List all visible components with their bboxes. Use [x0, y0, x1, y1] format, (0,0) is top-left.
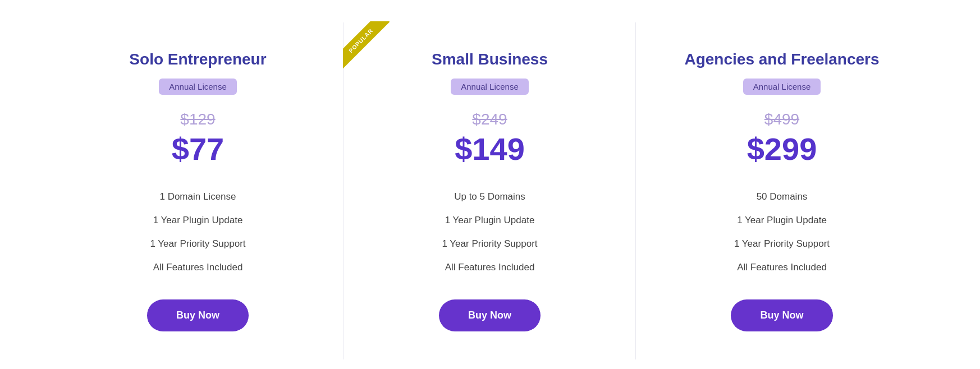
- feature-item-2-1: 1 Year Plugin Update: [670, 209, 894, 232]
- license-badge: Annual License: [159, 79, 237, 95]
- sale-price: $77: [172, 131, 224, 167]
- original-price: $499: [764, 110, 799, 128]
- buy-button[interactable]: Buy Now: [731, 299, 832, 331]
- feature-item-0-3: All Features Included: [86, 256, 310, 279]
- card-title: Small Business: [432, 50, 548, 68]
- feature-item-2-2: 1 Year Priority Support: [670, 232, 894, 256]
- feature-item-1-2: 1 Year Priority Support: [378, 232, 602, 256]
- card-title: Agencies and Freelancers: [684, 50, 879, 68]
- popular-ribbon-wrapper: POPULAR: [343, 21, 399, 77]
- original-price: $129: [180, 110, 215, 128]
- license-badge: Annual License: [451, 79, 529, 95]
- feature-item-2-3: All Features Included: [670, 256, 894, 279]
- feature-item-1-1: 1 Year Plugin Update: [378, 209, 602, 232]
- feature-item-2-0: 50 Domains: [670, 185, 894, 209]
- pricing-card-small-business: POPULAR Small Business Annual License $2…: [344, 22, 636, 359]
- features-list: Up to 5 Domains 1 Year Plugin Update 1 Y…: [378, 185, 602, 279]
- buy-button[interactable]: Buy Now: [439, 299, 541, 331]
- pricing-card-solo: Solo Entrepreneur Annual License $129 $7…: [52, 22, 344, 359]
- license-badge: Annual License: [743, 79, 821, 95]
- card-title: Solo Entrepreneur: [129, 50, 266, 68]
- feature-item-0-2: 1 Year Priority Support: [86, 232, 310, 256]
- feature-item-0-1: 1 Year Plugin Update: [86, 209, 310, 232]
- buy-button[interactable]: Buy Now: [147, 299, 249, 331]
- pricing-container: Solo Entrepreneur Annual License $129 $7…: [0, 0, 980, 369]
- sale-price: $299: [747, 131, 817, 167]
- features-list: 50 Domains 1 Year Plugin Update 1 Year P…: [670, 185, 894, 279]
- pricing-card-agencies: Agencies and Freelancers Annual License …: [636, 22, 928, 359]
- sale-price: $149: [455, 131, 525, 167]
- feature-item-1-3: All Features Included: [378, 256, 602, 279]
- features-list: 1 Domain License 1 Year Plugin Update 1 …: [86, 185, 310, 279]
- feature-item-1-0: Up to 5 Domains: [378, 185, 602, 209]
- popular-badge: POPULAR: [343, 21, 390, 70]
- feature-item-0-0: 1 Domain License: [86, 185, 310, 209]
- original-price: $249: [472, 110, 507, 128]
